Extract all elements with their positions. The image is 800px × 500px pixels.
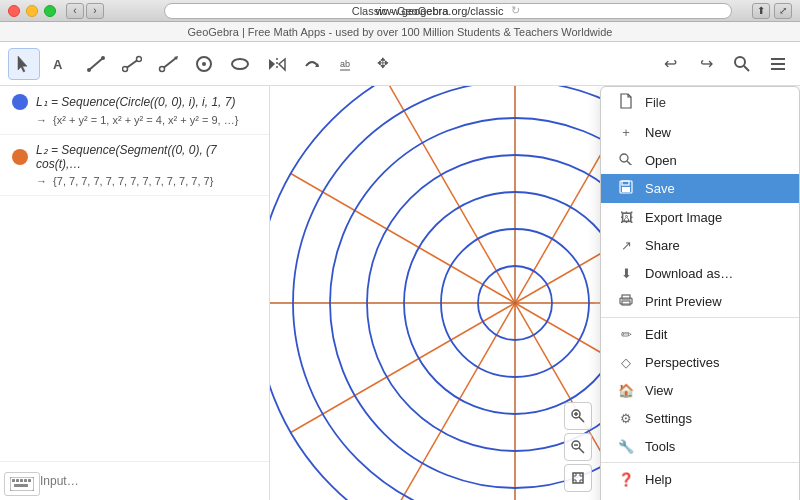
tool-ray[interactable] bbox=[152, 48, 184, 80]
svg-text:ab: ab bbox=[340, 59, 350, 69]
svg-point-2 bbox=[87, 68, 91, 72]
menu-print[interactable]: Print Preview bbox=[601, 287, 799, 315]
print-icon bbox=[617, 294, 635, 309]
redo-button[interactable]: ↪ bbox=[692, 50, 720, 78]
perspectives-label: Perspectives bbox=[645, 355, 719, 370]
back-button[interactable]: ‹ bbox=[66, 3, 84, 19]
file-icon bbox=[617, 93, 635, 112]
menu-share[interactable]: ↗ Share bbox=[601, 231, 799, 259]
zoom-out-button[interactable] bbox=[564, 433, 592, 461]
menu-help[interactable]: ❓ Help bbox=[601, 465, 799, 493]
svg-rect-26 bbox=[12, 479, 15, 482]
tool-move-view[interactable]: ✥ bbox=[368, 48, 400, 80]
expansion-L2: → {7, 7, 7, 7, 7, 7, 7, 7, 7, 7, 7, 7, 7… bbox=[12, 175, 257, 187]
tool-label[interactable]: ab bbox=[332, 48, 364, 80]
menu-button[interactable] bbox=[764, 50, 792, 78]
menu-file-header: File bbox=[601, 87, 799, 118]
menu-new[interactable]: + New bbox=[601, 118, 799, 146]
tool-segment[interactable] bbox=[116, 48, 148, 80]
menu-download[interactable]: ⬇ Download as… bbox=[601, 259, 799, 287]
svg-rect-30 bbox=[28, 479, 31, 482]
settings-icon: ⚙ bbox=[617, 411, 635, 426]
keyboard-button[interactable] bbox=[4, 472, 40, 496]
zoom-controls bbox=[564, 402, 592, 492]
fullscreen-button[interactable]: ⤢ bbox=[774, 3, 792, 19]
algebra-item-L1: L₁ = Sequence(Circle((0, 0), i), i, 1, 7… bbox=[0, 86, 269, 135]
tool-cursor[interactable] bbox=[8, 48, 40, 80]
svg-rect-39 bbox=[573, 473, 583, 483]
toolbar: A ab ✥ ↩ ↪ bbox=[0, 42, 800, 86]
svg-rect-51 bbox=[622, 187, 630, 192]
tool-conic[interactable] bbox=[224, 48, 256, 80]
file-menu: File + New Open Save 🖼 Export Image bbox=[600, 86, 800, 500]
svg-line-49 bbox=[627, 161, 632, 165]
menu-view[interactable]: 🏠 View bbox=[601, 376, 799, 404]
svg-text:A: A bbox=[53, 57, 63, 72]
new-label: New bbox=[645, 125, 671, 140]
tool-text[interactable]: A bbox=[44, 48, 76, 80]
svg-line-37 bbox=[579, 448, 584, 453]
app-bar: GeoGebra | Free Math Apps - used by over… bbox=[0, 22, 800, 42]
download-label: Download as… bbox=[645, 266, 733, 281]
svg-rect-28 bbox=[20, 479, 23, 482]
open-icon bbox=[617, 153, 635, 168]
menu-save[interactable]: Save bbox=[601, 174, 799, 203]
share-window-button[interactable]: ⬆ bbox=[752, 3, 770, 19]
app-subtitle: GeoGebra | Free Math Apps - used by over… bbox=[188, 26, 613, 38]
tool-line[interactable] bbox=[80, 48, 112, 80]
maximize-button[interactable] bbox=[44, 5, 56, 17]
settings-label: Settings bbox=[645, 411, 692, 426]
save-label: Save bbox=[645, 181, 675, 196]
fit-view-button[interactable] bbox=[564, 464, 592, 492]
svg-marker-13 bbox=[269, 59, 275, 70]
menu-open[interactable]: Open bbox=[601, 146, 799, 174]
help-icon: ❓ bbox=[617, 472, 635, 487]
menu-divider-2 bbox=[601, 462, 799, 463]
algebra-input[interactable] bbox=[32, 470, 257, 492]
menu-export[interactable]: 🖼 Export Image bbox=[601, 203, 799, 231]
svg-marker-15 bbox=[279, 59, 285, 70]
menu-user[interactable]: 👤 kuan（官長壽） bbox=[601, 493, 799, 500]
menu-tools[interactable]: 🔧 Tools bbox=[601, 432, 799, 460]
formula-L2: L₂ = Sequence(Segment((0, 0), (7 cos(t),… bbox=[36, 143, 257, 171]
canvas-area[interactable]: File + New Open Save 🖼 Export Image bbox=[270, 86, 800, 500]
algebra-item-L2: L₂ = Sequence(Segment((0, 0), (7 cos(t),… bbox=[0, 135, 269, 196]
menu-perspectives[interactable]: ◇ Perspectives bbox=[601, 348, 799, 376]
svg-point-5 bbox=[123, 66, 128, 71]
color-dot-L2[interactable] bbox=[12, 149, 28, 165]
svg-point-12 bbox=[232, 59, 248, 69]
svg-line-21 bbox=[744, 66, 749, 71]
search-button[interactable] bbox=[728, 50, 756, 78]
zoom-in-button[interactable] bbox=[564, 402, 592, 430]
view-icon: 🏠 bbox=[617, 383, 635, 398]
svg-rect-52 bbox=[622, 181, 629, 185]
color-dot-L1[interactable] bbox=[12, 94, 28, 110]
perspectives-icon: ◇ bbox=[617, 355, 635, 370]
menu-settings[interactable]: ⚙ Settings bbox=[601, 404, 799, 432]
menu-edit[interactable]: ✏ Edit bbox=[601, 320, 799, 348]
help-label: Help bbox=[645, 472, 672, 487]
window-controls: ‹ › bbox=[66, 3, 104, 19]
print-label: Print Preview bbox=[645, 294, 722, 309]
main-area: L₁ = Sequence(Circle((0, 0), i), i, 1, 7… bbox=[0, 86, 800, 500]
download-icon: ⬇ bbox=[617, 266, 635, 281]
new-icon: + bbox=[617, 125, 635, 140]
formula-L1: L₁ = Sequence(Circle((0, 0), i), i, 1, 7… bbox=[36, 95, 235, 109]
forward-button[interactable]: › bbox=[86, 3, 104, 19]
svg-point-6 bbox=[137, 56, 142, 61]
tool-reflect[interactable] bbox=[260, 48, 292, 80]
minimize-button[interactable] bbox=[26, 5, 38, 17]
toolbar-right: ↩ ↪ bbox=[656, 50, 792, 78]
close-button[interactable] bbox=[8, 5, 20, 17]
tool-transform[interactable] bbox=[296, 48, 328, 80]
tool-circle[interactable] bbox=[188, 48, 220, 80]
open-label: Open bbox=[645, 153, 677, 168]
undo-button[interactable]: ↩ bbox=[656, 50, 684, 78]
edit-label: Edit bbox=[645, 327, 667, 342]
svg-rect-27 bbox=[16, 479, 19, 482]
svg-rect-31 bbox=[14, 484, 28, 487]
svg-line-1 bbox=[89, 58, 103, 70]
export-label: Export Image bbox=[645, 210, 722, 225]
share-label: Share bbox=[645, 238, 680, 253]
menu-divider-1 bbox=[601, 317, 799, 318]
